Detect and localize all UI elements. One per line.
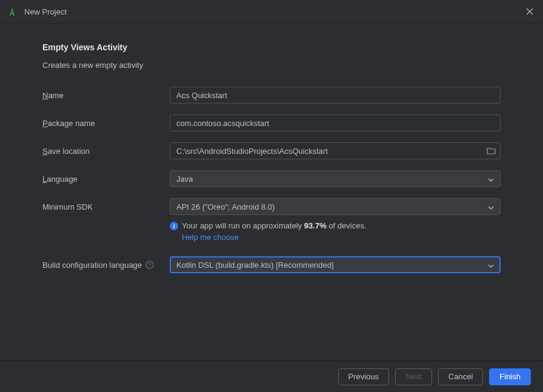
close-button[interactable]	[524, 5, 536, 19]
row-min-sdk: Minimum SDK API 26 ("Oreo"; Android 8.0)	[42, 198, 501, 215]
page-title: Empty Views Activity	[42, 42, 501, 52]
title-bar: New Project	[0, 0, 543, 24]
label-build-config: Build configuration language ?	[42, 261, 170, 270]
android-studio-icon	[7, 7, 17, 17]
build-config-value: Kotlin DSL (build.gradle.kts) [Recommend…	[176, 261, 334, 270]
chevron-down-icon	[488, 174, 494, 184]
label-language: Language	[42, 174, 170, 184]
info-icon: i	[170, 222, 178, 230]
row-package: Package name	[42, 115, 501, 131]
name-input[interactable]	[170, 87, 501, 104]
sdk-info-text: Your app will run on approximately 93.7%…	[182, 221, 367, 230]
next-button: Next	[395, 368, 432, 385]
language-value: Java	[176, 174, 193, 184]
previous-button[interactable]: Previous	[338, 368, 390, 385]
window-title: New Project	[24, 7, 67, 16]
chevron-down-icon	[488, 202, 494, 211]
content-area: Empty Views Activity Creates a new empty…	[0, 24, 543, 296]
language-select[interactable]: Java	[170, 170, 501, 187]
help-icon[interactable]: ?	[145, 261, 154, 269]
build-config-select[interactable]: Kotlin DSL (build.gradle.kts) [Recommend…	[170, 256, 501, 273]
min-sdk-select[interactable]: API 26 ("Oreo"; Android 8.0)	[170, 198, 501, 215]
svg-text:?: ?	[148, 262, 152, 268]
chevron-down-icon	[488, 261, 494, 270]
row-build-config: Build configuration language ? Kotlin DS…	[42, 256, 501, 273]
min-sdk-value: API 26 ("Oreo"; Android 8.0)	[176, 202, 275, 211]
help-me-choose-link[interactable]: Help me choose	[182, 233, 239, 242]
label-min-sdk: Minimum SDK	[42, 202, 170, 211]
location-input[interactable]	[170, 142, 501, 159]
label-name: Name	[42, 91, 170, 100]
row-name: Name	[42, 87, 501, 104]
cancel-button[interactable]: Cancel	[438, 368, 483, 385]
page-subtitle: Creates a new empty activity	[42, 61, 501, 70]
browse-folder-icon[interactable]	[487, 147, 496, 155]
row-language: Language Java	[42, 170, 501, 187]
package-input[interactable]	[170, 115, 501, 131]
label-package: Package name	[42, 119, 170, 128]
label-location: Save location	[42, 147, 170, 156]
sdk-info-row: i Your app will run on approximately 93.…	[170, 221, 501, 230]
footer-bar: Previous Next Cancel Finish	[0, 360, 543, 392]
finish-button[interactable]: Finish	[489, 368, 531, 385]
row-location: Save location	[42, 142, 501, 159]
